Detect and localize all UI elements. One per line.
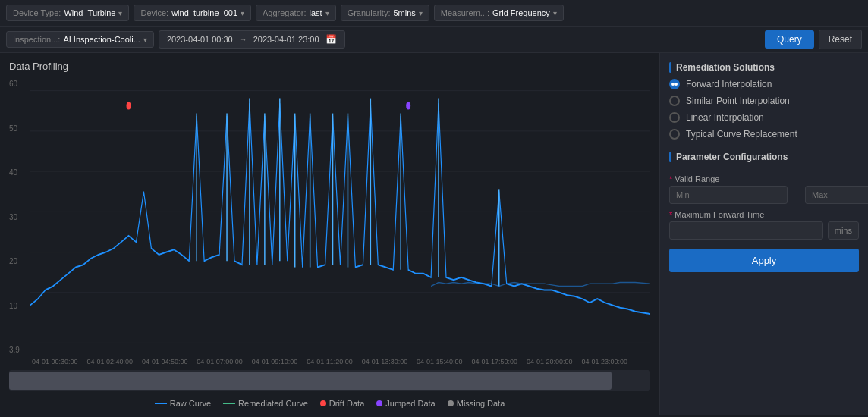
radio-typical-icon	[669, 129, 680, 140]
aggregator-value: last	[310, 8, 322, 17]
device-type-arrow: ▾	[118, 9, 122, 17]
calendar-icon: 📅	[326, 34, 337, 45]
main-content: Data Profiling 60 50 40 30 20 10 3.9	[0, 53, 868, 415]
max-forward-field: * Maximum Forward Time mins	[669, 210, 859, 240]
radio-linear-icon	[669, 112, 680, 123]
option-similar[interactable]: Similar Point Interpolation	[669, 96, 859, 106]
min-input[interactable]	[669, 186, 788, 204]
remediated-curve-line-icon	[223, 403, 235, 404]
inspection-value: AI Inspection-Cooli...	[63, 35, 140, 44]
legend-missing-data: Missing Data	[448, 399, 505, 408]
top-bar: Device Type: Wind_Turbine ▾ Device: wind…	[0, 0, 868, 27]
forward-row: mins	[669, 221, 859, 240]
svg-point-20	[127, 102, 131, 110]
inspection-label: Inspection...:	[13, 35, 60, 44]
chart-panel: Data Profiling 60 50 40 30 20 10 3.9	[0, 53, 659, 415]
chart-legend: Raw Curve Remediated Curve Drift Data Ju…	[9, 399, 650, 408]
aggregator-dropdown[interactable]: Aggregator: last ▾	[256, 5, 336, 21]
raw-curve-label: Raw Curve	[170, 399, 211, 408]
chart-area: 60 50 40 30 20 10 3.9	[9, 78, 650, 356]
x-axis-labels: 04-01 00:30:00 04-01 02:40:00 04-01 04:5…	[9, 358, 650, 365]
measurement-dropdown[interactable]: Measurem...: Grid Frequency ▾	[434, 5, 564, 21]
aggregator-label: Aggregator:	[263, 8, 306, 17]
scroll-thumb[interactable]	[9, 372, 612, 390]
option-typical[interactable]: Typical Curve Replacement	[669, 129, 859, 140]
granularity-dropdown[interactable]: Granularity: 5mins ▾	[341, 5, 429, 21]
second-bar: Inspection...: AI Inspection-Cooli... ▾ …	[0, 27, 868, 53]
remediated-curve-label: Remediated Curve	[238, 399, 308, 408]
device-type-label: Device Type:	[13, 8, 61, 17]
option-linear[interactable]: Linear Interpolation	[669, 112, 859, 123]
parameter-title: Parameter Configurations	[669, 152, 859, 162]
range-separator: —	[792, 190, 800, 199]
max-input[interactable]	[805, 186, 868, 204]
remediation-section: Remediation Solutions Forward Interpolat…	[669, 62, 859, 144]
option-forward-label: Forward Interpolation	[686, 79, 772, 89]
radio-similar-icon	[669, 96, 680, 106]
aggregator-arrow: ▾	[326, 9, 329, 17]
option-linear-label: Linear Interpolation	[686, 112, 764, 123]
remediation-title: Remediation Solutions	[669, 62, 859, 73]
drift-data-label: Drift Data	[329, 399, 364, 408]
date-separator: →	[239, 35, 247, 44]
granularity-value: 5mins	[393, 8, 415, 17]
chart-title: Data Profiling	[9, 61, 650, 72]
right-panel: Remediation Solutions Forward Interpolat…	[659, 53, 868, 415]
granularity-label: Granularity:	[348, 8, 391, 17]
remediation-options: Forward Interpolation Similar Point Inte…	[669, 79, 859, 140]
svg-point-22	[406, 102, 410, 110]
inspection-dropdown[interactable]: Inspection...: AI Inspection-Cooli... ▾	[6, 31, 154, 48]
option-forward[interactable]: Forward Interpolation	[669, 79, 859, 89]
measurement-arrow: ▾	[553, 9, 557, 17]
parameter-title-bar	[669, 152, 671, 162]
y-axis-labels: 60 50 40 30 20 10 3.9	[9, 78, 30, 356]
measurement-label: Measurem...:	[441, 8, 489, 17]
valid-range-row: —	[669, 186, 859, 204]
jumped-data-label: Jumped Data	[385, 399, 435, 408]
device-value: wind_turbine_001	[171, 8, 237, 17]
query-button[interactable]: Query	[765, 30, 814, 49]
measurement-value: Grid Frequency	[492, 8, 550, 17]
valid-range-label: * Valid Range	[669, 174, 859, 183]
option-similar-label: Similar Point Interpolation	[686, 96, 790, 106]
jumped-data-dot-icon	[376, 400, 382, 406]
legend-drift-data: Drift Data	[320, 399, 364, 408]
legend-remediated-curve: Remediated Curve	[223, 399, 308, 408]
option-typical-label: Typical Curve Replacement	[686, 129, 797, 140]
valid-range-field: * Valid Range —	[669, 174, 859, 204]
max-forward-label: * Maximum Forward Time	[669, 210, 859, 219]
device-type-value: Wind_Turbine	[64, 8, 115, 17]
reset-button[interactable]: Reset	[819, 30, 862, 49]
chart-svg	[30, 78, 650, 356]
device-arrow: ▾	[241, 9, 244, 17]
missing-data-dot-icon	[448, 400, 454, 406]
inspection-arrow: ▾	[143, 36, 147, 44]
granularity-arrow: ▾	[419, 9, 423, 17]
max-forward-input[interactable]	[669, 221, 823, 240]
remediation-title-bar	[669, 62, 671, 73]
legend-jumped-data: Jumped Data	[376, 399, 435, 408]
radio-forward-icon	[669, 79, 680, 89]
drift-data-dot-icon	[320, 400, 326, 406]
apply-button[interactable]: Apply	[669, 249, 859, 272]
device-type-dropdown[interactable]: Device Type: Wind_Turbine ▾	[6, 5, 129, 21]
date-range-picker[interactable]: 2023-04-01 00:30 → 2023-04-01 23:00 📅	[159, 30, 345, 49]
date-end: 2023-04-01 23:00	[253, 35, 319, 44]
device-dropdown[interactable]: Device: wind_turbine_001 ▾	[134, 5, 251, 21]
unit-badge: mins	[828, 221, 859, 240]
device-label: Device:	[140, 8, 168, 17]
raw-curve-line-icon	[155, 403, 167, 404]
parameter-section: Parameter Configurations * Valid Range —…	[669, 152, 859, 272]
legend-raw-curve: Raw Curve	[155, 399, 211, 408]
missing-data-label: Missing Data	[457, 399, 505, 408]
chart-scrollbar[interactable]	[9, 370, 650, 391]
date-start: 2023-04-01 00:30	[167, 35, 233, 44]
